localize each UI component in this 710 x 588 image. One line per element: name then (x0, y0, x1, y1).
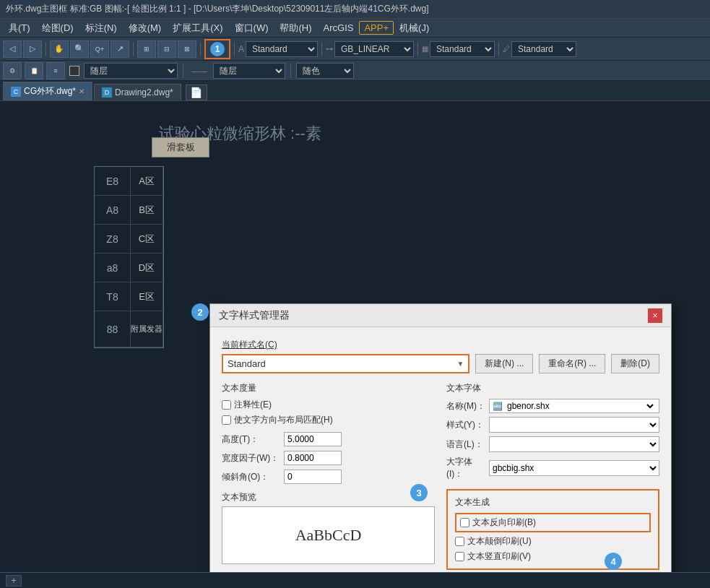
tb-zoom-btn[interactable]: 🔍 (70, 40, 89, 58)
tb-zoom2-btn[interactable]: Q+ (90, 40, 109, 58)
text-preview-box: AaBbCcD (222, 506, 435, 564)
tb-grid-btn[interactable]: ⊞ (137, 40, 156, 58)
width-factor-input[interactable] (284, 451, 342, 465)
tab-label-d2: Drawing2.dwg* (115, 87, 173, 98)
upside-down-checkbox[interactable] (455, 537, 464, 546)
tb2-layer-btn[interactable]: ⚙ (3, 62, 22, 79)
title-text: 外环.dwg主图框 标准:GB 图幅:-[ 绘图比例 1:1 ] - [D:\U… (6, 3, 428, 15)
tb2-color-select[interactable]: 随色 (296, 63, 354, 79)
new-style-button[interactable]: 新建(N) ... (475, 354, 533, 373)
dialog-title-text: 文字样式管理器 (219, 309, 290, 322)
menu-bar: 具(T) 绘图(D) 标注(N) 修改(M) 扩展工具(X) 窗口(W) 帮助(… (0, 19, 710, 38)
drawing-area: 试验心粒微缩形林 :--素 滑套板 E8 A区 A8 B区 Z8 C区 a8 D… (0, 101, 710, 572)
dialog-title-bar: 文字样式管理器 × (210, 304, 671, 327)
font-style-label: 样式(Y)： (446, 419, 486, 431)
tab-cg-outer[interactable]: C CG外环.dwg* ✕ (3, 82, 92, 100)
tb2-sep2 (290, 64, 291, 78)
tb2-sep1 (183, 64, 183, 78)
text-generation-section: 文本生成 文本反向印刷(B) 文本颠倒印刷(U) 文本竖直印刷(V) (446, 489, 659, 570)
toolbar1: ◁ ▷ ✋ 🔍 Q+ ↗ ⊞ ⊟ ⊠ 1 A Standard ⊶ GB_LIN… (0, 38, 710, 61)
font-lang-select[interactable] (489, 436, 659, 452)
tb-cursor-btn[interactable]: ↗ (111, 40, 129, 58)
vertical-checkbox[interactable] (455, 552, 464, 561)
toolbar-badge-1: 1 (210, 42, 225, 56)
reverse-print-checkbox[interactable] (460, 518, 469, 527)
menu-annotation[interactable]: 标注(N) (79, 20, 123, 36)
tb-sep7 (498, 42, 499, 56)
vertical-label: 文本竖直印刷(V) (467, 550, 531, 563)
reverse-print-label: 文本反向印刷(B) (472, 516, 536, 529)
tb-hand-btn[interactable]: ✋ (50, 40, 69, 58)
add-tab-button[interactable]: + (6, 575, 22, 587)
text-preview-label: 文本预览 (222, 491, 435, 503)
tb-sep3 (200, 42, 201, 56)
text-font-label: 文本字体 (446, 382, 659, 394)
font-name-select[interactable]: gbenor.shx (504, 400, 656, 412)
tabs-bar: C CG外环.dwg* ✕ D Drawing2.dwg* 📄 (0, 81, 710, 101)
upside-down-label: 文本颠倒印刷(U) (467, 535, 532, 548)
tb-sep1 (46, 42, 46, 56)
delete-style-button[interactable]: 删除(D) (611, 354, 659, 373)
title-bar: 外环.dwg主图框 标准:GB 图幅:-[ 绘图比例 1:1 ] - [D:\U… (0, 0, 710, 19)
badge-3: 3 (410, 484, 428, 501)
style-name-value: Standard ▼ (228, 358, 464, 369)
tb-view-btn[interactable]: ⊠ (178, 40, 196, 58)
menu-window[interactable]: 窗口(W) (229, 20, 274, 36)
status-bar: + (0, 572, 710, 588)
tab-icon-d2: D (102, 87, 112, 98)
menu-arcgis[interactable]: ArcGIS (318, 21, 360, 35)
match-layout-label: 使文字方向与布局匹配(H) (234, 414, 333, 426)
rename-style-button[interactable]: 重命名(R) ... (539, 354, 605, 373)
tb-grid2-btn[interactable]: ⊟ (157, 40, 176, 58)
tb2-color-box (69, 66, 79, 76)
height-label: 高度(T)： (222, 433, 280, 446)
font-lang-label: 语言(L)： (446, 438, 486, 451)
tb-text-dropdown[interactable]: Standard (511, 41, 576, 57)
font-style-select[interactable] (489, 417, 659, 433)
width-factor-label: 宽度因子(W)： (222, 452, 280, 464)
tb2-match-btn[interactable]: ≡ (46, 62, 65, 79)
menu-help[interactable]: 帮助(H) (274, 20, 317, 36)
menu-tool[interactable]: 具(T) (3, 20, 36, 36)
tb2-linetype-select[interactable]: 随层 (213, 63, 285, 79)
badge-2: 2 (191, 303, 209, 321)
menu-modify[interactable]: 修改(M) (123, 20, 168, 36)
menu-mechanical[interactable]: 机械(J) (394, 20, 435, 36)
badge-4: 4 (605, 553, 622, 570)
new-tab-btn[interactable]: 📄 (186, 85, 207, 100)
tb-sep5 (321, 42, 322, 56)
tab-drawing2[interactable]: D Drawing2.dwg* (94, 84, 181, 100)
text-measure-label: 文本度量 (222, 382, 435, 394)
annotative-checkbox[interactable] (222, 400, 231, 410)
toolbar-number-highlight: 1 (204, 39, 230, 59)
menu-app[interactable]: APP+ (359, 21, 394, 35)
tb2-prop-btn[interactable]: 📋 (25, 62, 43, 79)
style-name-box: Standard ▼ (222, 354, 469, 373)
tb-layer-dropdown[interactable]: Standard (430, 41, 495, 57)
oblique-label: 倾斜角(O)： (222, 471, 280, 483)
tb-sep4 (234, 42, 235, 56)
tb2-layer-select[interactable]: 随层 (84, 63, 178, 79)
annotative-label: 注释性(E) (234, 399, 272, 411)
style-name-label: 当前样式名(C) (222, 339, 659, 351)
toolbar2: ⚙ 📋 ≡ 随层 —— 随层 随色 (0, 61, 710, 81)
font-name-label: 名称(M)： (446, 400, 486, 412)
dialog-close-button[interactable]: × (648, 308, 662, 323)
tb-sep2 (133, 42, 134, 56)
oblique-input[interactable] (284, 470, 342, 484)
text-style-dialog: 文字样式管理器 × 当前样式名(C) Standard ▼ 新建(N) ... … (209, 303, 672, 588)
right-panel: 文本字体 名称(M)： 🔤 gbenor.shx 样式(Y)： (446, 382, 659, 577)
tb-back-btn[interactable]: ◁ (3, 40, 22, 58)
tab-close-cg[interactable]: ✕ (79, 87, 85, 95)
tab-label-cg: CG外环.dwg* (24, 85, 76, 98)
menu-draw[interactable]: 绘图(D) (36, 20, 79, 36)
match-layout-checkbox[interactable] (222, 415, 231, 425)
height-input[interactable] (284, 432, 342, 446)
tb-dim-dropdown[interactable]: GB_LINEAR (334, 41, 414, 57)
menu-extend[interactable]: 扩展工具(X) (167, 20, 228, 36)
tb-forward-btn[interactable]: ▷ (23, 40, 42, 58)
tb-style-dropdown[interactable]: Standard (246, 41, 318, 57)
bigfont-select[interactable]: gbcbig.shx (489, 460, 659, 476)
text-gen-label: 文本生成 (455, 496, 651, 509)
tab-icon-cg: C (11, 87, 21, 97)
